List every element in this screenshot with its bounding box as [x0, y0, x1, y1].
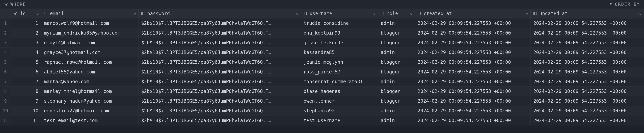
cell-password[interactable]: $2b$10$7.l3PT3JBGGE5/pa87y6JumP0hvlaTWcG… — [138, 67, 301, 77]
cell-created_at[interactable]: 2024-02-29 00:09:54.227553 +00:00 — [415, 96, 531, 106]
cell-email[interactable]: test_email@test.com — [41, 116, 138, 125]
sort-icon[interactable]: ◇ — [639, 12, 642, 16]
table-row[interactable]: 22myriam_ondricka85@yahoo.com$2b$10$7.l3… — [0, 28, 644, 38]
cell-email[interactable]: eloy14@hotmail.com — [41, 38, 138, 48]
cell-password[interactable]: $2b$10$7.l3PT3JBGGE5/pa87y6JumP0hvlaTWcG… — [138, 38, 301, 48]
cell-username[interactable]: ross_parker57 — [301, 67, 378, 77]
sort-icon[interactable]: ◇ — [373, 12, 376, 16]
table-row[interactable]: 55raphael.rowe@hotmail.com$2b$10$7.l3PT3… — [0, 57, 644, 67]
cell-role[interactable]: admin — [378, 106, 415, 116]
where-label[interactable]: WHERE — [10, 2, 26, 7]
column-header-password[interactable]: password◇ — [138, 9, 301, 18]
cell-created_at[interactable]: 2024-02-29 00:09:54.227553 +00:00 — [415, 18, 531, 28]
table-row[interactable]: 88marley_thiel@hotmail.com$2b$10$7.l3PT3… — [0, 86, 644, 96]
cell-id[interactable]: 11 — [11, 116, 41, 125]
sort-icon[interactable]: ◇ — [134, 12, 136, 16]
cell-updated_at[interactable]: 2024-02-29 00:09:54.227553 +00:00 — [531, 96, 644, 106]
table-row[interactable]: 11marco.wolf9@hotmail.com$2b$10$7.l3PT3J… — [0, 18, 644, 28]
cell-role[interactable]: admin — [378, 77, 415, 86]
cell-id[interactable]: 5 — [11, 57, 41, 67]
sort-icon[interactable]: ◇ — [296, 12, 298, 16]
cell-id[interactable]: 1 — [11, 18, 41, 28]
cell-updated_at[interactable]: 2024-02-29 00:09:54.227553 +00:00 — [531, 116, 644, 125]
filter-icon[interactable] — [4, 2, 8, 6]
cell-password[interactable]: $2b$10$7.l3PT3JBGGE5/pa87y6JumP0hvlaTWcG… — [138, 57, 301, 67]
cell-email[interactable]: myriam_ondricka85@yahoo.com — [41, 28, 138, 38]
cell-updated_at[interactable]: 2024-02-29 00:09:54.227553 +00:00 — [531, 67, 644, 77]
table-row[interactable]: 44grayce37@hotmail.com$2b$10$7.l3PT3JBGG… — [0, 48, 644, 57]
cell-updated_at[interactable]: 2024-02-29 00:09:54.227553 +00:00 — [531, 48, 644, 57]
cell-id[interactable]: 8 — [11, 86, 41, 96]
cell-updated_at[interactable]: 2024-02-29 00:09:54.227553 +00:00 — [531, 106, 644, 116]
cell-created_at[interactable]: 2024-02-29 00:09:54.227553 +00:00 — [415, 77, 531, 86]
cell-id[interactable]: 10 — [11, 106, 41, 116]
column-header-email[interactable]: email◇ — [41, 9, 138, 18]
cell-email[interactable]: raphael.rowe@hotmail.com — [41, 57, 138, 67]
orderby-icon[interactable] — [609, 2, 613, 6]
cell-created_at[interactable]: 2024-02-29 00:09:54.227553 +00:00 — [415, 106, 531, 116]
cell-email[interactable]: ernestina27@hotmail.com — [41, 106, 138, 116]
cell-role[interactable]: admin — [378, 18, 415, 28]
cell-password[interactable]: $2b$10$7.l3PT3JBGGE5/pa87y6JumP0hvlaTWcG… — [138, 77, 301, 86]
sort-icon[interactable]: ◇ — [410, 12, 412, 16]
cell-password[interactable]: $2b$10$7.l3PT3JBGGE5/pa87y6JumP0hvlaTWcG… — [138, 18, 301, 28]
cell-role[interactable]: admin — [378, 48, 415, 57]
cell-email[interactable]: marley_thiel@hotmail.com — [41, 86, 138, 96]
cell-id[interactable]: 3 — [11, 38, 41, 48]
cell-id[interactable]: 4 — [11, 48, 41, 57]
cell-created_at[interactable]: 2024-02-29 00:09:54.227553 +00:00 — [415, 116, 531, 125]
column-header-username[interactable]: username◇ — [301, 9, 378, 18]
table-row[interactable]: 33eloy14@hotmail.com$2b$10$7.l3PT3JBGGE5… — [0, 38, 644, 48]
sort-icon[interactable]: ◇ — [36, 12, 39, 16]
column-header-created_at[interactable]: created_at◇ — [415, 9, 531, 18]
cell-id[interactable]: 6 — [11, 67, 41, 77]
cell-role[interactable]: blogger — [378, 67, 415, 77]
cell-updated_at[interactable]: 2024-02-29 00:09:54.227553 +00:00 — [531, 18, 644, 28]
cell-password[interactable]: $2b$10$7.l3PT3JBGGE5/pa87y6JumP0hvlaTWcG… — [138, 96, 301, 106]
cell-created_at[interactable]: 2024-02-29 00:09:54.227553 +00:00 — [415, 86, 531, 96]
cell-role[interactable]: blogger — [378, 28, 415, 38]
table-row[interactable]: 1010ernestina27@hotmail.com$2b$10$7.l3PT… — [0, 106, 644, 116]
cell-password[interactable]: $2b$10$7.l3PT3JBGGE5/pa87y6JumP0hvlaTWcG… — [138, 28, 301, 38]
cell-username[interactable]: owen.lehner — [301, 96, 378, 106]
cell-email[interactable]: marco.wolf9@hotmail.com — [41, 18, 138, 28]
table-row[interactable]: 66abdiel55@yahoo.com$2b$10$7.l3PT3JBGGE5… — [0, 67, 644, 77]
cell-updated_at[interactable]: 2024-02-29 00:09:54.227553 +00:00 — [531, 28, 644, 38]
column-header-updated_at[interactable]: updated_at◇ — [531, 9, 644, 18]
cell-role[interactable]: admin — [378, 116, 415, 125]
cell-username[interactable]: kassandra85 — [301, 48, 378, 57]
cell-role[interactable]: blogger — [378, 38, 415, 48]
cell-username[interactable]: test_username — [301, 116, 378, 125]
cell-created_at[interactable]: 2024-02-29 00:09:54.227553 +00:00 — [415, 67, 531, 77]
cell-username[interactable]: ona_koelpin99 — [301, 28, 378, 38]
cell-id[interactable]: 7 — [11, 77, 41, 86]
cell-username[interactable]: trudie.considine — [301, 18, 378, 28]
cell-id[interactable]: 2 — [11, 28, 41, 38]
cell-username[interactable]: gisselle.kunde — [301, 38, 378, 48]
sort-icon[interactable]: ◇ — [526, 12, 528, 16]
cell-updated_at[interactable]: 2024-02-29 00:09:54.227553 +00:00 — [531, 38, 644, 48]
cell-username[interactable]: blaze_hagenes — [301, 86, 378, 96]
cell-email[interactable]: marta3@yahoo.com — [41, 77, 138, 86]
cell-username[interactable]: jeanie.mcglynn — [301, 57, 378, 67]
cell-id[interactable]: 9 — [11, 96, 41, 106]
table-row[interactable]: 77marta3@yahoo.com$2b$10$7.l3PT3JBGGE5/p… — [0, 77, 644, 86]
cell-role[interactable]: blogger — [378, 86, 415, 96]
cell-password[interactable]: $2b$10$7.l3PT3JBGGE5/pa87y6JumP0hvlaTWcG… — [138, 86, 301, 96]
cell-password[interactable]: $2b$10$7.l3PT3JBGGE5/pa87y6JumP0hvlaTWcG… — [138, 106, 301, 116]
cell-created_at[interactable]: 2024-02-29 00:09:54.227553 +00:00 — [415, 48, 531, 57]
column-header-id[interactable]: id◇ — [11, 9, 41, 18]
cell-updated_at[interactable]: 2024-02-29 00:09:54.227553 +00:00 — [531, 77, 644, 86]
cell-username[interactable]: monserrat_cummerata31 — [301, 77, 378, 86]
table-row[interactable]: 1111test_email@test.com$2b$10$7.l3PT3JBG… — [0, 116, 644, 126]
cell-password[interactable]: $2b$10$7.l3PT3JBGGE5/pa87y6JumP0hvlaTWcG… — [138, 48, 301, 57]
cell-created_at[interactable]: 2024-02-29 00:09:54.227553 +00:00 — [415, 57, 531, 67]
cell-email[interactable]: abdiel55@yahoo.com — [41, 67, 138, 77]
cell-updated_at[interactable]: 2024-02-29 00:09:54.227553 +00:00 — [531, 57, 644, 67]
cell-created_at[interactable]: 2024-02-29 00:09:54.227553 +00:00 — [415, 38, 531, 48]
cell-updated_at[interactable]: 2024-02-29 00:09:54.227553 +00:00 — [531, 86, 644, 96]
cell-email[interactable]: grayce37@hotmail.com — [41, 48, 138, 57]
cell-password[interactable]: $2b$10$7.l3PT3JBGGE5/pa87y6JumP0hvlaTWcG… — [138, 116, 301, 125]
cell-created_at[interactable]: 2024-02-29 00:09:54.227553 +00:00 — [415, 28, 531, 38]
orderby-label[interactable]: ORDER BY — [615, 2, 640, 7]
